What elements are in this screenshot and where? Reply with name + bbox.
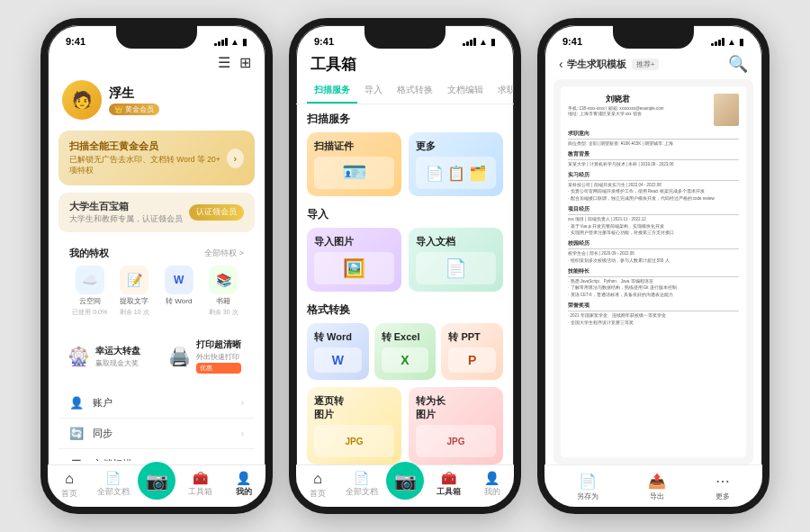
scan-id-card[interactable]: 扫描证件 🪪 xyxy=(307,132,401,196)
all-docs-tab-icon: 📄 xyxy=(105,471,121,485)
tab-bar-1: ⌂ 首页 📄 全部文档 📷 🧰 工具箱 👤 我的 xyxy=(48,464,266,507)
signal-bars-1 xyxy=(214,38,228,46)
format-grid-2: 逐页转图片 JPG 转为长图片 JPG xyxy=(307,387,503,464)
export-icon: 📤 xyxy=(648,473,666,490)
page-img-thumb: JPG xyxy=(314,425,394,457)
doc-preview: 刘晓君 手机: 138-xxxx-xxxx | 邮箱: xxxxxxxx@exa… xyxy=(554,79,753,464)
long-img-thumb: JPG xyxy=(416,425,496,457)
tab-home-2[interactable]: ⌂ 首页 xyxy=(296,471,339,500)
vip-banner[interactable]: 扫描全能王黄金会员 已解锁无广告去水印、文档转 Word 等 20+ 项特权 › xyxy=(58,131,255,185)
resume-tag: 推荐+ xyxy=(632,59,660,70)
tab-mine-1[interactable]: 👤 我的 xyxy=(222,471,266,500)
page-to-image-card[interactable]: 逐页转图片 JPG xyxy=(307,387,401,464)
signal-bar-1 xyxy=(214,43,217,46)
menu-icon[interactable]: ☰ xyxy=(218,54,230,71)
cert-button[interactable]: 认证领会员 xyxy=(189,204,244,221)
to-excel-card[interactable]: 转 Excel X xyxy=(374,323,436,380)
university-box[interactable]: 大学生百宝箱 大学生和教师专属，认证领会员 认证领会员 xyxy=(58,193,255,232)
signal-bar-4 xyxy=(225,38,228,46)
battery-icon-3: ▮ xyxy=(739,37,744,47)
tab-doc-edit[interactable]: 文档编辑 xyxy=(440,80,490,104)
export-button[interactable]: 📤 导出 xyxy=(648,473,666,501)
menu-account[interactable]: 👤 账户 › xyxy=(58,388,255,419)
print-badge: 优惠 xyxy=(196,363,241,374)
phone-1: 9:41 ▲ ▮ ☰ ⊞ xyxy=(40,18,273,514)
signal-bar-2 xyxy=(218,41,220,46)
phone-3: 9:41 ▲ ▮ ‹ 学生求职模板 推荐+ 🔍 xyxy=(537,18,770,514)
lucky-wheel-card[interactable]: 🎡 幸运大转盘 赢取现金大奖 xyxy=(58,331,154,381)
camera-btn-2[interactable]: 📷 xyxy=(386,462,424,500)
search-icon-3[interactable]: 🔍 xyxy=(728,54,748,74)
import-image-card[interactable]: 导入图片 🖼️ xyxy=(307,228,401,292)
doc-scan-icon: ☰ xyxy=(69,457,84,461)
to-long-image-card[interactable]: 转为长图片 JPG xyxy=(409,387,503,464)
mine-tab-icon-2: 👤 xyxy=(484,471,500,485)
import-doc-card[interactable]: 导入文档 📄 xyxy=(409,228,503,292)
university-title: 大学生百宝箱 xyxy=(69,200,183,213)
menu-list: 👤 账户 › 🔄 同步 › ☰ 文档扫描 › 📁 文档管理 › xyxy=(58,388,255,461)
more-button[interactable]: ⋯ 更多 xyxy=(716,473,730,501)
tab-toolbox-2[interactable]: 🧰 工具箱 xyxy=(427,471,470,500)
print-card[interactable]: 🖨️ 打印超清晰 外出快速打印 优惠 xyxy=(159,331,255,381)
tab-toolbox-1[interactable]: 🧰 工具箱 xyxy=(178,471,221,500)
tab-home-1[interactable]: ⌂ 首页 xyxy=(48,471,91,500)
signal-bars-3 xyxy=(711,38,724,46)
doc-photo xyxy=(714,94,739,126)
all-docs-tab-icon-2: 📄 xyxy=(354,471,369,485)
features-grid: 🎡 幸运大转盘 赢取现金大奖 🖨️ 打印超清晰 外出快速打印 优惠 xyxy=(58,331,255,381)
tab-all-docs-1[interactable]: 📄 全部文档 xyxy=(91,471,134,500)
privilege-books[interactable]: 📚 书籍 剩余 30 次 xyxy=(203,266,245,317)
phone-2-notch xyxy=(364,25,446,49)
toolbox-tabs: 扫描服务 导入 格式转换 文档编辑 求职与校招 xyxy=(296,80,514,104)
phone-1-notch xyxy=(116,25,197,49)
doc-bottom-bar: 📄 另存为 📤 导出 ⋯ 更多 xyxy=(544,464,762,507)
tab-mine-2[interactable]: 👤 我的 xyxy=(471,471,514,500)
save-as-button[interactable]: 📄 另存为 xyxy=(577,473,598,501)
tab-job-search[interactable]: 求职与校招 xyxy=(490,80,514,104)
doc-inner: 刘晓君 手机: 138-xxxx-xxxx | 邮箱: xxxxxxxx@exa… xyxy=(561,86,746,457)
tab-format-convert[interactable]: 格式转换 xyxy=(390,80,440,104)
signal-bar-3 xyxy=(221,40,224,46)
banner-subtitle: 已解锁无广告去水印、文档转 Word 等 20+ 项特权 xyxy=(69,155,227,176)
tab-camera-1[interactable]: 📷 xyxy=(135,471,178,500)
privilege-to-word[interactable]: W 转 Word xyxy=(158,266,200,317)
all-privileges-link[interactable]: 全部特权 > xyxy=(204,248,244,259)
lucky-wheel-sub: 赢取现金大奖 xyxy=(95,358,140,368)
to-word-thumb: W xyxy=(314,347,362,373)
tab-all-docs-2[interactable]: 📄 全部文档 xyxy=(339,471,382,500)
toolbox-tab-icon-2: 🧰 xyxy=(441,471,456,485)
layout-icon[interactable]: ⊞ xyxy=(239,54,251,71)
phone-3-screen: ‹ 学生求职模板 推荐+ 🔍 刘晓君 手机: 138-xx xyxy=(544,50,762,464)
to-word-card[interactable]: 转 Word W xyxy=(307,323,369,380)
status-icons-1: ▲ ▮ xyxy=(214,37,248,47)
menu-sync[interactable]: 🔄 同步 › xyxy=(58,419,255,449)
more-card[interactable]: 更多 📄📋🗂️ xyxy=(409,132,503,196)
resume-header: ‹ 学生求职模板 推荐+ 🔍 xyxy=(544,50,762,79)
privilege-extract-text[interactable]: 📝 提取文字 剩余 10 次 xyxy=(114,266,156,317)
p1-header: ☰ ⊞ xyxy=(48,50,266,77)
tab-scan-service[interactable]: 扫描服务 xyxy=(307,80,357,104)
user-name: 浮生 xyxy=(109,86,159,102)
extract-text-icon: 📝 xyxy=(120,266,148,294)
scan-section-title: 扫描服务 xyxy=(307,112,503,127)
banner-arrow[interactable]: › xyxy=(227,149,244,168)
print-title: 打印超清晰 xyxy=(196,338,241,351)
status-icons-2: ▲ ▮ xyxy=(463,37,496,47)
tab-camera-2[interactable]: 📷 xyxy=(383,471,427,500)
back-button[interactable]: ‹ 学生求职模板 推荐+ xyxy=(559,57,659,71)
export-label: 导出 xyxy=(650,491,664,501)
privileges-title: 我的特权 xyxy=(69,247,109,260)
privilege-cloud[interactable]: ☁️ 云空间 已使用 0.0% xyxy=(69,266,111,317)
tab-import[interactable]: 导入 xyxy=(357,80,390,104)
camera-btn-1[interactable]: 📷 xyxy=(138,462,176,500)
books-icon: 📚 xyxy=(209,266,238,294)
menu-doc-scan[interactable]: ☰ 文档扫描 › xyxy=(58,449,255,461)
cloud-icon: ☁️ xyxy=(76,266,104,294)
to-ppt-card[interactable]: 转 PPT P xyxy=(441,323,503,380)
save-as-icon: 📄 xyxy=(579,473,597,490)
wifi-icon-3: ▲ xyxy=(727,37,736,47)
more-label: 更多 xyxy=(716,491,730,501)
phone-2: 9:41 ▲ ▮ 工具箱 扫描服务 导入 格式转换 文档编辑 求职与校招 xyxy=(289,18,521,514)
status-time-2: 9:41 xyxy=(314,36,334,47)
home-tab-icon: ⌂ xyxy=(65,471,74,487)
